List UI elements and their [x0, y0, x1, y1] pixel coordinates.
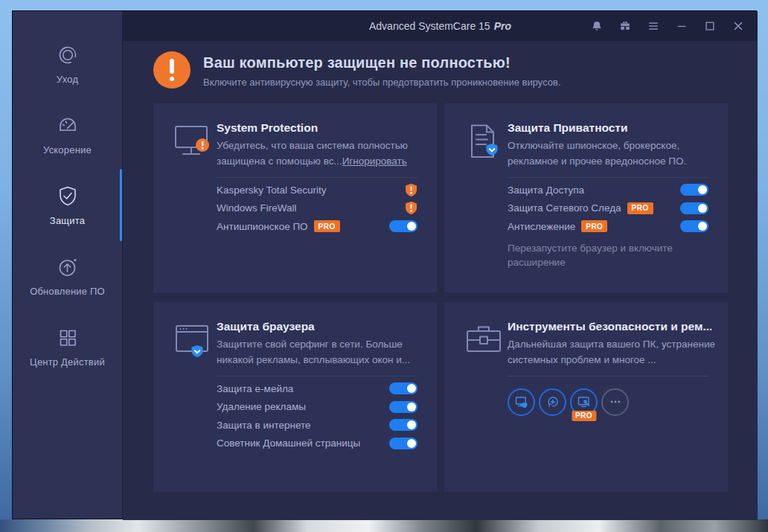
sidebar-item-label: Ускорение — [43, 144, 92, 156]
desktop-taskbar-strip — [0, 519, 768, 532]
close-icon[interactable] — [732, 20, 744, 33]
sidebar-item-speedup[interactable]: Ускорение — [13, 115, 122, 156]
divider — [508, 376, 708, 376]
pc-security-tool-icon[interactable] — [508, 388, 535, 416]
hamburger-menu-icon[interactable] — [647, 20, 659, 33]
alert-subtitle: Включите антивирусную защиту, чтобы пред… — [203, 77, 561, 88]
maximize-icon[interactable] — [703, 20, 716, 33]
toggle-internet-protection[interactable] — [389, 419, 417, 431]
protection-row: Антишпионское ПОPRO — [217, 217, 417, 236]
alert-title: Ваш компьютер защищен не полностью! — [203, 54, 561, 71]
pro-badge: PRO — [581, 220, 607, 232]
tools-row: PRO — [508, 388, 711, 416]
protection-row: Защита Сетевого СледаPRO — [508, 199, 708, 217]
security-alert-header: Ваш компьютер защищен не полностью! Вклю… — [153, 51, 561, 89]
protection-row: Советник Домашней страницы — [217, 434, 417, 452]
sidebar-item-label: Центр Действий — [30, 356, 105, 368]
toggle-antispyware[interactable] — [389, 220, 417, 232]
notifications-bell-icon[interactable] — [590, 20, 603, 33]
card-description: Дальнейшая защита вашего ПК, устранение … — [508, 337, 731, 368]
titlebar: Advanced SystemCare 15Pro — [123, 11, 758, 41]
divider — [217, 376, 417, 376]
sidebar-item-label: Защита — [50, 215, 85, 226]
toggle-surfing-protection[interactable] — [680, 184, 708, 196]
sidebar: Уход Ускорение Защита — [13, 11, 123, 519]
toggle-homepage-advisor[interactable] — [389, 438, 417, 449]
window-title: Advanced SystemCare 15Pro — [369, 20, 511, 32]
toolbox-menu-icon[interactable] — [618, 20, 631, 33]
card-title: Защита браузера — [217, 320, 420, 333]
protection-row: Защита в интернете — [217, 416, 417, 435]
warning-shield-icon — [405, 183, 417, 197]
card-title: Защита Приватности — [508, 121, 711, 135]
sidebar-item-label: Обновление ПО — [30, 286, 105, 297]
restart-browser-note: Перезапустите браузер и включите расшире… — [508, 242, 716, 269]
warning-shield-icon — [405, 201, 417, 215]
divider — [508, 177, 708, 178]
sidebar-item-action-center[interactable]: Центр Действий — [13, 327, 122, 368]
protection-row: Kaspersky Total Security — [217, 181, 417, 199]
card-privacy-protection: Защита Приватности Отключайте шпионское,… — [444, 103, 728, 292]
card-description: Убедитесь, что ваша система полностью за… — [217, 138, 440, 170]
window-title-pro: Pro — [494, 20, 511, 32]
card-security-tools: Инструменты безопасности и рем... Дальне… — [444, 302, 728, 492]
protection-row: Удаление рекламы — [217, 397, 417, 416]
toggle-email-protection[interactable] — [389, 382, 417, 394]
toggle-anti-tracking[interactable] — [680, 220, 708, 232]
card-system-protection: System Protection Убедитесь, что ваша си… — [153, 103, 437, 292]
protection-row: Windows FireWall — [217, 199, 417, 217]
card-browser-protection: Защита браузера Защитите свой серфинг в … — [153, 302, 437, 492]
toolbox-card-icon — [464, 318, 508, 368]
sidebar-item-label: Уход — [57, 74, 78, 85]
card-description: Защитите свой серфинг в сети. Больше ник… — [217, 337, 440, 368]
more-tools-icon[interactable] — [601, 388, 629, 416]
sidebar-item-software-update[interactable]: Обновление ПО — [13, 256, 122, 297]
ignore-link[interactable]: Игнорировать — [342, 156, 407, 167]
card-title: Инструменты безопасности и рем... — [508, 320, 711, 333]
minimize-icon[interactable] — [675, 20, 688, 33]
software-update-icon — [57, 256, 79, 278]
pro-badge: PRO — [572, 411, 596, 421]
speedup-icon — [57, 115, 79, 137]
action-center-icon — [57, 327, 79, 349]
sidebar-item-protect[interactable]: Защита — [13, 185, 122, 226]
protection-row: АнтислежениеPRO — [508, 217, 708, 236]
cards-grid: System Protection Убедитесь, что ваша си… — [153, 103, 728, 492]
document-shield-icon — [464, 120, 508, 170]
pro-badge: PRO — [314, 220, 340, 232]
monitor-warning-icon — [173, 120, 217, 170]
sidebar-item-care[interactable]: Уход — [13, 44, 122, 85]
main-content: Ваш компьютер защищен не полностью! Вклю… — [123, 41, 758, 520]
app-window: Уход Ускорение Защита — [12, 10, 757, 519]
card-description: Отключайте шпионское, брокерское, реклам… — [508, 138, 731, 170]
toggle-ad-removal[interactable] — [389, 401, 417, 413]
divider — [217, 177, 417, 178]
protection-row: Защита Доступа — [508, 181, 708, 199]
warning-exclamation-icon — [153, 51, 191, 89]
repair-tool-icon[interactable]: PRO — [570, 388, 598, 416]
card-title: System Protection — [217, 121, 420, 135]
shield-check-icon — [56, 185, 80, 208]
protection-row: Защита e-мейла — [217, 379, 417, 398]
browser-shield-icon — [173, 318, 217, 368]
care-icon — [57, 44, 79, 66]
restore-tool-icon[interactable] — [539, 388, 566, 416]
toggle-digital-fingerprint[interactable] — [680, 202, 708, 214]
pro-badge: PRO — [627, 202, 653, 214]
